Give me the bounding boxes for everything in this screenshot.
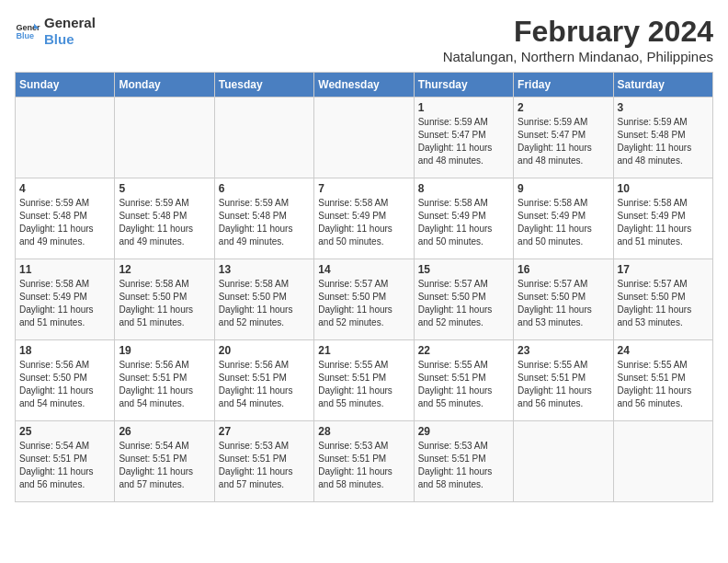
- day-number: 5: [119, 182, 210, 195]
- day-number: 4: [19, 182, 110, 195]
- cell-text: Sunrise: 5:55 AM Sunset: 5:51 PM Dayligh…: [418, 359, 509, 410]
- day-number: 24: [618, 344, 709, 357]
- header: General Blue General Blue February 2024 …: [15, 15, 713, 64]
- day-number: 23: [518, 344, 609, 357]
- calendar-cell: 27Sunrise: 5:53 AM Sunset: 5:51 PM Dayli…: [214, 421, 313, 502]
- day-number: 11: [19, 263, 110, 276]
- calendar-cell: 10Sunrise: 5:58 AM Sunset: 5:49 PM Dayli…: [613, 178, 712, 259]
- cell-text: Sunrise: 5:59 AM Sunset: 5:48 PM Dayligh…: [618, 116, 709, 167]
- day-number: 26: [119, 425, 210, 438]
- calendar-cell: 6Sunrise: 5:59 AM Sunset: 5:48 PM Daylig…: [214, 178, 313, 259]
- day-number: 10: [618, 182, 709, 195]
- cell-text: Sunrise: 5:58 AM Sunset: 5:49 PM Dayligh…: [518, 197, 609, 248]
- calendar-cell: [314, 98, 414, 178]
- day-number: 22: [418, 344, 509, 357]
- calendar-cell: 14Sunrise: 5:57 AM Sunset: 5:50 PM Dayli…: [314, 259, 414, 340]
- day-number: 7: [318, 182, 409, 195]
- calendar-cell: 8Sunrise: 5:58 AM Sunset: 5:49 PM Daylig…: [414, 178, 513, 259]
- day-number: 3: [618, 101, 709, 114]
- day-number: 28: [318, 425, 409, 438]
- calendar-cell: 1Sunrise: 5:59 AM Sunset: 5:47 PM Daylig…: [414, 98, 513, 178]
- calendar-cell: 13Sunrise: 5:58 AM Sunset: 5:50 PM Dayli…: [214, 259, 313, 340]
- cell-text: Sunrise: 5:54 AM Sunset: 5:51 PM Dayligh…: [119, 440, 210, 491]
- day-header-wednesday: Wednesday: [314, 73, 414, 98]
- cell-text: Sunrise: 5:53 AM Sunset: 5:51 PM Dayligh…: [318, 440, 409, 491]
- calendar-cell: 4Sunrise: 5:59 AM Sunset: 5:48 PM Daylig…: [16, 178, 115, 259]
- day-number: 8: [418, 182, 509, 195]
- cell-text: Sunrise: 5:57 AM Sunset: 5:50 PM Dayligh…: [418, 278, 509, 329]
- calendar-header-row: SundayMondayTuesdayWednesdayThursdayFrid…: [16, 73, 713, 98]
- day-number: 20: [219, 344, 310, 357]
- cell-text: Sunrise: 5:57 AM Sunset: 5:50 PM Dayligh…: [318, 278, 409, 329]
- cell-text: Sunrise: 5:57 AM Sunset: 5:50 PM Dayligh…: [618, 278, 709, 329]
- calendar-week-row: 25Sunrise: 5:54 AM Sunset: 5:51 PM Dayli…: [16, 421, 713, 502]
- day-number: 12: [119, 263, 210, 276]
- cell-text: Sunrise: 5:58 AM Sunset: 5:49 PM Dayligh…: [318, 197, 409, 248]
- day-number: 19: [119, 344, 210, 357]
- calendar-cell: 15Sunrise: 5:57 AM Sunset: 5:50 PM Dayli…: [414, 259, 513, 340]
- cell-text: Sunrise: 5:53 AM Sunset: 5:51 PM Dayligh…: [219, 440, 310, 491]
- calendar-cell: 23Sunrise: 5:55 AM Sunset: 5:51 PM Dayli…: [514, 340, 613, 421]
- cell-text: Sunrise: 5:58 AM Sunset: 5:49 PM Dayligh…: [19, 278, 110, 329]
- calendar-cell: 25Sunrise: 5:54 AM Sunset: 5:51 PM Dayli…: [16, 421, 115, 502]
- day-number: 16: [518, 263, 609, 276]
- day-number: 29: [418, 425, 509, 438]
- cell-text: Sunrise: 5:54 AM Sunset: 5:51 PM Dayligh…: [19, 440, 110, 491]
- logo-text: General Blue: [44, 15, 96, 48]
- day-header-monday: Monday: [115, 73, 214, 98]
- day-number: 9: [518, 182, 609, 195]
- calendar-cell: 11Sunrise: 5:58 AM Sunset: 5:49 PM Dayli…: [16, 259, 115, 340]
- calendar-cell: [514, 421, 613, 502]
- cell-text: Sunrise: 5:56 AM Sunset: 5:51 PM Dayligh…: [219, 359, 310, 410]
- title-area: February 2024 Natalungan, Northern Minda…: [443, 15, 713, 64]
- day-number: 15: [418, 263, 509, 276]
- cell-text: Sunrise: 5:58 AM Sunset: 5:50 PM Dayligh…: [219, 278, 310, 329]
- calendar-cell: 17Sunrise: 5:57 AM Sunset: 5:50 PM Dayli…: [613, 259, 712, 340]
- calendar-cell: 29Sunrise: 5:53 AM Sunset: 5:51 PM Dayli…: [414, 421, 513, 502]
- day-header-saturday: Saturday: [613, 73, 712, 98]
- calendar-week-row: 1Sunrise: 5:59 AM Sunset: 5:47 PM Daylig…: [16, 98, 713, 178]
- calendar-cell: 7Sunrise: 5:58 AM Sunset: 5:49 PM Daylig…: [314, 178, 414, 259]
- calendar-cell: 2Sunrise: 5:59 AM Sunset: 5:47 PM Daylig…: [514, 98, 613, 178]
- day-header-thursday: Thursday: [414, 73, 513, 98]
- cell-text: Sunrise: 5:56 AM Sunset: 5:51 PM Dayligh…: [119, 359, 210, 410]
- location-title: Natalungan, Northern Mindanao, Philippin…: [443, 49, 713, 64]
- calendar-cell: [16, 98, 115, 178]
- day-header-tuesday: Tuesday: [214, 73, 313, 98]
- cell-text: Sunrise: 5:58 AM Sunset: 5:50 PM Dayligh…: [119, 278, 210, 329]
- calendar-week-row: 4Sunrise: 5:59 AM Sunset: 5:48 PM Daylig…: [16, 178, 713, 259]
- calendar-cell: 28Sunrise: 5:53 AM Sunset: 5:51 PM Dayli…: [314, 421, 414, 502]
- cell-text: Sunrise: 5:59 AM Sunset: 5:48 PM Dayligh…: [119, 197, 210, 248]
- calendar-week-row: 11Sunrise: 5:58 AM Sunset: 5:49 PM Dayli…: [16, 259, 713, 340]
- cell-text: Sunrise: 5:58 AM Sunset: 5:49 PM Dayligh…: [618, 197, 709, 248]
- calendar-cell: 22Sunrise: 5:55 AM Sunset: 5:51 PM Dayli…: [414, 340, 513, 421]
- cell-text: Sunrise: 5:55 AM Sunset: 5:51 PM Dayligh…: [318, 359, 409, 410]
- calendar-cell: [613, 421, 712, 502]
- cell-text: Sunrise: 5:57 AM Sunset: 5:50 PM Dayligh…: [518, 278, 609, 329]
- logo: General Blue General Blue: [15, 15, 96, 48]
- day-number: 1: [418, 101, 509, 114]
- month-title: February 2024: [443, 15, 713, 49]
- cell-text: Sunrise: 5:56 AM Sunset: 5:50 PM Dayligh…: [19, 359, 110, 410]
- calendar-cell: 26Sunrise: 5:54 AM Sunset: 5:51 PM Dayli…: [115, 421, 214, 502]
- calendar-cell: 18Sunrise: 5:56 AM Sunset: 5:50 PM Dayli…: [16, 340, 115, 421]
- cell-text: Sunrise: 5:59 AM Sunset: 5:48 PM Dayligh…: [219, 197, 310, 248]
- day-number: 25: [19, 425, 110, 438]
- logo-icon: General Blue: [15, 18, 40, 44]
- cell-text: Sunrise: 5:59 AM Sunset: 5:48 PM Dayligh…: [19, 197, 110, 248]
- calendar-cell: 19Sunrise: 5:56 AM Sunset: 5:51 PM Dayli…: [115, 340, 214, 421]
- calendar-cell: 21Sunrise: 5:55 AM Sunset: 5:51 PM Dayli…: [314, 340, 414, 421]
- calendar-cell: 24Sunrise: 5:55 AM Sunset: 5:51 PM Dayli…: [613, 340, 712, 421]
- day-number: 21: [318, 344, 409, 357]
- day-number: 6: [219, 182, 310, 195]
- day-number: 2: [518, 101, 609, 114]
- calendar-cell: 5Sunrise: 5:59 AM Sunset: 5:48 PM Daylig…: [115, 178, 214, 259]
- cell-text: Sunrise: 5:59 AM Sunset: 5:47 PM Dayligh…: [418, 116, 509, 167]
- day-number: 27: [219, 425, 310, 438]
- day-header-sunday: Sunday: [16, 73, 115, 98]
- cell-text: Sunrise: 5:55 AM Sunset: 5:51 PM Dayligh…: [618, 359, 709, 410]
- calendar-cell: [115, 98, 214, 178]
- day-number: 18: [19, 344, 110, 357]
- day-number: 14: [318, 263, 409, 276]
- cell-text: Sunrise: 5:55 AM Sunset: 5:51 PM Dayligh…: [518, 359, 609, 410]
